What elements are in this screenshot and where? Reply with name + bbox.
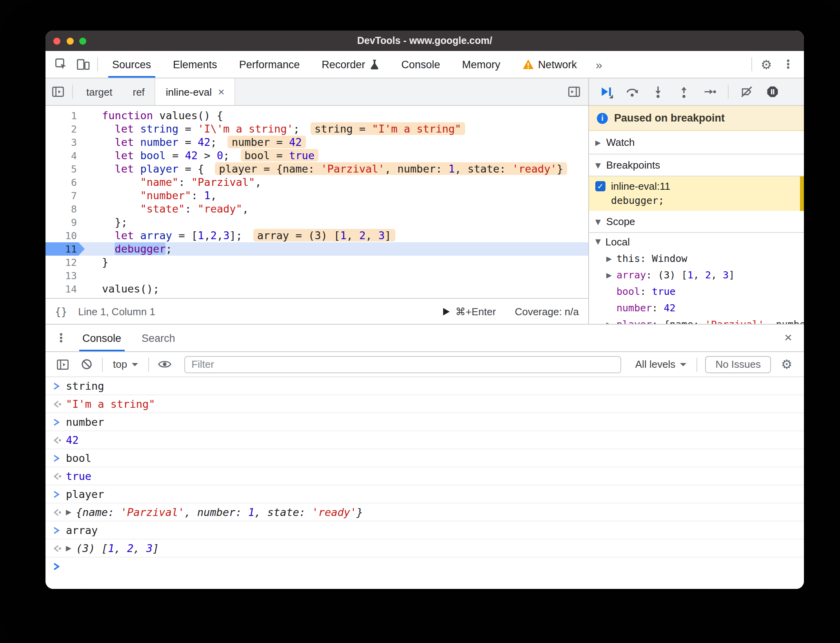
file-tab-inline-eval[interactable]: inline-eval×: [155, 78, 235, 105]
line-content[interactable]: }: [85, 256, 588, 269]
tab-elements[interactable]: Elements: [162, 51, 228, 78]
scope-variable-array[interactable]: ▶array: (3) [1, 2, 3]: [589, 267, 804, 283]
console-filter-input[interactable]: [184, 356, 621, 373]
tab-network[interactable]: Network: [511, 51, 588, 78]
scope-variable-player[interactable]: ▶player: {name: 'Parzival', number: 1, s…: [589, 316, 804, 324]
minimize-window-button[interactable]: [66, 37, 73, 44]
scope-variable-bool[interactable]: bool: true: [589, 283, 804, 300]
line-number[interactable]: 5: [45, 162, 85, 176]
filebar-right: [563, 78, 585, 105]
file-tab-ref[interactable]: ref: [123, 78, 155, 105]
line-content[interactable]: };: [85, 216, 588, 229]
scope-local-row[interactable]: ▼ Local: [589, 233, 804, 250]
console-prompt[interactable]: [45, 558, 804, 576]
tab-console[interactable]: Console: [72, 325, 131, 351]
line-content[interactable]: "name": "Parzival",: [85, 176, 588, 189]
code-editor[interactable]: 1function values() {2 let string = 'I\'m…: [45, 106, 588, 298]
console-settings-button[interactable]: ⚙: [776, 352, 798, 376]
resume-script-button[interactable]: [595, 82, 617, 102]
tab-performance[interactable]: Performance: [228, 51, 311, 78]
step-button[interactable]: [699, 82, 721, 102]
pretty-print-button[interactable]: {}: [55, 305, 67, 317]
more-tabs-button[interactable]: »: [588, 51, 610, 78]
device-toolbar-button[interactable]: [72, 51, 94, 78]
close-tab-icon[interactable]: ×: [218, 85, 224, 98]
line-number[interactable]: 14: [45, 282, 85, 296]
chevron-right-icon[interactable]: ▶: [606, 320, 616, 324]
toggle-debugger-sidebar-button[interactable]: [563, 78, 585, 105]
scope-section-header[interactable]: ▼ Scope: [589, 211, 804, 233]
line-content[interactable]: debugger;: [85, 242, 588, 256]
tab-recorder[interactable]: Recorder: [311, 51, 390, 78]
step-out-button[interactable]: [673, 82, 695, 102]
code-token: ,: [210, 189, 216, 202]
expand-object-icon[interactable]: ▶: [66, 544, 71, 552]
console-result[interactable]: ▶{name: 'Parzival', number: 1, state: 'r…: [45, 503, 804, 521]
line-content[interactable]: [85, 269, 588, 282]
show-navigator-button[interactable]: [47, 78, 69, 105]
code-token: ;: [166, 242, 172, 255]
file-tab-target[interactable]: target: [76, 78, 123, 105]
step-over-button[interactable]: [621, 82, 643, 102]
chevron-right-icon[interactable]: ▶: [606, 254, 616, 262]
code-token: [134, 122, 140, 135]
console-text: string: [66, 380, 104, 392]
step-into-button[interactable]: [647, 82, 669, 102]
line-number[interactable]: 2: [45, 122, 85, 136]
console-result[interactable]: ▶(3) [1, 2, 3]: [45, 539, 804, 558]
code-token: 42: [198, 136, 211, 148]
tab-search[interactable]: Search: [131, 325, 185, 351]
code-line: 13: [45, 269, 588, 282]
line-number[interactable]: 10: [45, 229, 85, 242]
context-selector[interactable]: top: [107, 358, 144, 370]
tab-console[interactable]: Console: [390, 51, 451, 78]
tab-memory[interactable]: Memory: [451, 51, 511, 78]
run-snippet-button[interactable]: ⌘+Enter: [442, 305, 496, 317]
zoom-window-button[interactable]: [79, 37, 86, 44]
close-drawer-button[interactable]: ×: [777, 325, 799, 351]
line-number[interactable]: 3: [45, 136, 85, 149]
watch-section-header[interactable]: ▶ Watch: [589, 131, 804, 154]
pause-on-exceptions-button[interactable]: [762, 82, 784, 102]
create-live-expression-button[interactable]: [154, 352, 176, 376]
drawer-menu-button[interactable]: ⋮: [50, 325, 72, 351]
line-number[interactable]: 9: [45, 216, 85, 229]
line-number[interactable]: 4: [45, 149, 85, 162]
clear-console-button[interactable]: [75, 352, 97, 376]
line-content[interactable]: "state": "ready",: [85, 202, 588, 216]
settings-button[interactable]: ⚙: [755, 51, 777, 78]
line-number[interactable]: 8: [45, 202, 85, 216]
close-window-button[interactable]: [53, 37, 60, 44]
inspect-icon: [54, 57, 68, 71]
line-number[interactable]: 1: [45, 109, 85, 122]
line-content[interactable]: let bool = 42 > 0;bool = true: [85, 149, 588, 162]
line-number[interactable]: 7: [45, 189, 85, 202]
expand-object-icon[interactable]: ▶: [66, 508, 71, 516]
line-content[interactable]: values();: [85, 282, 588, 296]
line-number[interactable]: 6: [45, 176, 85, 189]
scope-variable-number[interactable]: number: 42: [589, 300, 804, 316]
breakpoints-section-header[interactable]: ▼ Breakpoints: [589, 154, 804, 176]
deactivate-breakpoints-button[interactable]: [736, 82, 758, 102]
line-number[interactable]: 12: [45, 256, 85, 269]
log-level-selector[interactable]: All levels: [630, 358, 692, 370]
code-token: let: [115, 229, 134, 242]
breakpoint-checkbox[interactable]: ✓: [595, 181, 605, 191]
line-content[interactable]: "number": 1,: [85, 189, 588, 202]
line-content[interactable]: let array = [1,2,3];array = (3) [1, 2, 3…: [85, 229, 588, 242]
tab-sources[interactable]: Sources: [101, 51, 162, 78]
line-number[interactable]: 11: [45, 242, 85, 256]
scope-variable-this[interactable]: ▶this: Window: [589, 250, 804, 267]
line-content[interactable]: function values() {: [85, 109, 588, 122]
line-number[interactable]: 13: [45, 269, 85, 282]
line-content[interactable]: let number = 42;number = 42: [85, 136, 588, 149]
show-console-sidebar-button[interactable]: [52, 352, 74, 376]
kebab-menu-icon: ⋮: [55, 331, 67, 345]
line-content[interactable]: let string = 'I\'m a string';string = "I…: [85, 122, 588, 136]
issues-counter[interactable]: No Issues: [705, 356, 771, 373]
chevron-right-icon[interactable]: ▶: [606, 271, 616, 279]
line-content[interactable]: let player = {player = {name: 'Parzival'…: [85, 162, 588, 176]
breakpoint-entry[interactable]: ✓ inline-eval:11 debugger;: [589, 176, 804, 211]
main-menu-button[interactable]: ⋮: [777, 51, 799, 78]
inspect-element-button[interactable]: [50, 51, 72, 78]
